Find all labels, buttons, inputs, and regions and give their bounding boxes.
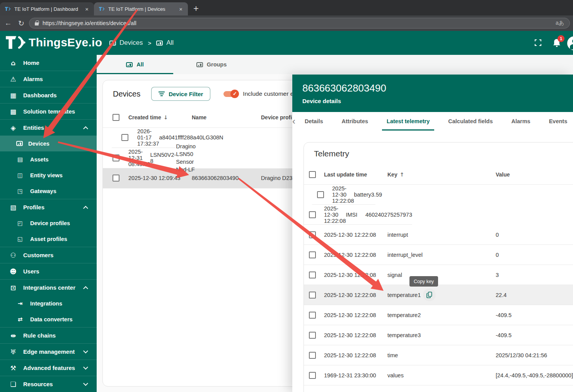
column-header-name[interactable]: Name	[192, 114, 261, 120]
sidebar-item-resources[interactable]: ❏ Resources	[0, 376, 97, 392]
sidebar-item-profiles[interactable]: ▧ Profiles	[0, 199, 97, 215]
sidebar-item-gateways[interactable]: ◳ Gateways	[0, 183, 97, 199]
sidebar-item-devices[interactable]: Devices	[0, 136, 97, 151]
sidebar-item-customers[interactable]: ⚇ Customers	[0, 247, 97, 263]
column-header-key[interactable]: Key ↑	[387, 171, 496, 178]
fullscreen-icon[interactable]	[534, 39, 542, 46]
table-row-time[interactable]: 2025-12-30 12:22:08 time 2025/12/30 04:2…	[304, 345, 573, 365]
table-row-signal[interactable]: 2025-12-30 12:22:08 signal 3	[304, 265, 573, 285]
sidebar-item-solution-templates[interactable]: ▩ Solution templates	[0, 104, 97, 119]
sidebar-item-edge-management[interactable]: ♅ Edge management	[0, 344, 97, 360]
column-header-value[interactable]: Value	[496, 171, 573, 178]
table-row-interrupt[interactable]: 2025-12-30 12:22:08 interrupt 0	[304, 225, 573, 245]
sidebar-item-integrations[interactable]: ⇥ Integrations	[0, 295, 97, 311]
table-row-battery[interactable]: 2025-12-30 12:22:08 battery 3.59	[312, 185, 375, 205]
row-checkbox[interactable]	[309, 332, 316, 339]
column-header-last-update-time[interactable]: Last update time	[324, 171, 387, 178]
device-group-icon	[156, 41, 163, 46]
browser-tab-te-iot-platform-devices[interactable]: TE IoT Platform | Devices ×	[94, 2, 188, 15]
chevron-icon[interactable]	[83, 286, 88, 291]
panel-tab-events[interactable]: Events	[540, 112, 573, 131]
sidebar-item-assets[interactable]: ▤ Assets	[0, 151, 97, 167]
tab-close-icon[interactable]: ×	[177, 6, 184, 12]
brand-logo[interactable]: ThingsEye.io	[5, 34, 102, 51]
table-row-interrupt-level[interactable]: 2025-12-30 12:22:08 interrupt_level 0	[304, 245, 573, 265]
sidebar-item-users[interactable]: ☻ Users	[0, 263, 97, 279]
row-checkbox[interactable]	[309, 292, 316, 299]
table-row-imsi[interactable]: 2025-12-30 12:22:08 IMSI 460240275257973	[304, 205, 412, 225]
telemetry-title: Telemetry	[304, 143, 573, 165]
sidebar-item-label: Customers	[23, 252, 53, 258]
sidebar-item-data-converters[interactable]: ⇄ Data converters	[0, 311, 97, 327]
panel-tab-attributes[interactable]: Attributes	[333, 112, 377, 131]
translate-icon[interactable]: aあ	[556, 20, 564, 27]
copy-key-button[interactable]	[423, 288, 436, 301]
chevron-icon[interactable]	[83, 348, 88, 353]
table-row-values[interactable]: 1969-12-31 23:30:00 values [24.4,-409.5,…	[304, 365, 573, 385]
sidebar-item-device-profiles[interactable]: ◰ Device profiles	[0, 215, 97, 231]
row-checkbox[interactable]	[309, 312, 316, 319]
panel-tab-details[interactable]: Details	[295, 112, 333, 131]
table-row-temperature1[interactable]: 2025-12-30 12:22:08 temperature1 22.4	[304, 285, 573, 305]
sidebar-item-home[interactable]: ⌂ Home	[0, 55, 97, 71]
tab-groups[interactable]: Groups	[173, 55, 250, 74]
breadcrumb-all[interactable]: All	[156, 39, 174, 47]
value-cell: 0	[496, 232, 573, 238]
sidebar-item-label: Alarms	[23, 76, 43, 82]
panel-tab-alarms[interactable]: Alarms	[502, 112, 540, 131]
sidebar-item-label: Devices	[28, 141, 49, 147]
chevron-icon[interactable]	[83, 126, 88, 131]
back-icon[interactable]: ←	[2, 19, 15, 27]
sidebar-item-asset-profiles[interactable]: ◱ Asset profiles	[0, 231, 97, 247]
chevron-icon[interactable]	[83, 205, 88, 210]
row-checkbox[interactable]	[317, 191, 324, 198]
row-checkbox[interactable]	[113, 175, 119, 182]
device-filter-button[interactable]: Device Filter	[151, 87, 210, 101]
column-header-created-time[interactable]: Created time ↓	[128, 114, 192, 120]
row-checkbox[interactable]	[309, 372, 316, 379]
table-row-temperature2[interactable]: 2025-12-30 12:22:08 temperature2 -409.5	[304, 305, 573, 325]
sidebar-item-rule-chains[interactable]: ⇹ Rule chains	[0, 328, 97, 343]
table-row[interactable]: 2026-01-17 17:32:37 a84041ffff288a40 LG3…	[112, 128, 175, 148]
row-checkbox[interactable]	[309, 352, 316, 359]
sidebar-item-alarms[interactable]: ⚠ Alarms	[0, 71, 97, 87]
row-checkbox[interactable]	[309, 251, 316, 258]
chevron-icon[interactable]	[83, 365, 88, 370]
sidebar-item-advanced-features[interactable]: ⚒ Advanced features	[0, 360, 97, 376]
url-text[interactable]: https://thingseye.io/entities/devices/al…	[43, 20, 552, 26]
new-tab-button[interactable]: +	[193, 4, 199, 13]
row-checkbox[interactable]	[121, 134, 128, 141]
table-row[interactable]: 2025-12-31 08:45:06 LSN50V2-8 Dragino LS…	[103, 148, 172, 168]
reload-icon[interactable]: ↻	[15, 19, 28, 28]
table-row-temperature3[interactable]: 2025-12-30 12:22:08 temperature3 -409.5	[304, 325, 573, 345]
tab-all[interactable]: All	[97, 55, 173, 74]
sidebar-item-label: Asset profiles	[30, 236, 67, 242]
panel-tab-calculated-fields[interactable]: Calculated fields	[439, 112, 502, 131]
row-checkbox[interactable]	[309, 231, 316, 238]
tabs-scroll-left-icon[interactable]: ‹	[292, 112, 295, 131]
select-all-checkbox[interactable]	[113, 114, 119, 121]
sidebar-item-dashboards[interactable]: ▦ Dashboards	[0, 87, 97, 103]
select-all-checkbox[interactable]	[309, 171, 316, 178]
sidebar-item-icon: ◫	[15, 172, 25, 179]
sort-icon[interactable]: ↑	[400, 171, 404, 178]
sort-icon[interactable]: ↓	[164, 114, 168, 120]
telemetry-card: Telemetry Last update time Key ↑ Value	[304, 142, 573, 392]
browser-tab-te-iot-platform-dashboard[interactable]: TE IoT Platform | Dashboard ×	[0, 2, 94, 15]
url-bar[interactable]: https://thingseye.io/entities/devices/al…	[29, 18, 570, 29]
breadcrumb-devices[interactable]: Devices	[109, 39, 143, 47]
row-checkbox[interactable]	[113, 154, 119, 161]
row-checkbox[interactable]	[309, 211, 316, 218]
chevron-icon[interactable]	[83, 381, 88, 386]
value-cell: 2025/12/30 04:21:56	[496, 352, 573, 358]
sidebar-item-entity-views[interactable]: ◫ Entity views	[0, 167, 97, 183]
devices-icon	[109, 41, 116, 46]
key-cell: temperature1	[387, 288, 496, 301]
sidebar-item-entities[interactable]: ◈ Entities	[0, 120, 97, 136]
panel-tab-latest-telemetry[interactable]: Latest telemetry	[377, 112, 439, 131]
tab-close-icon[interactable]: ×	[84, 6, 90, 12]
include-customer-entities-toggle[interactable]: ✓	[223, 91, 238, 97]
sidebar-item-icon: ▦	[9, 92, 18, 99]
row-checkbox[interactable]	[309, 272, 316, 278]
sidebar-item-integrations-center[interactable]: ⊡ Integrations center	[0, 280, 97, 295]
